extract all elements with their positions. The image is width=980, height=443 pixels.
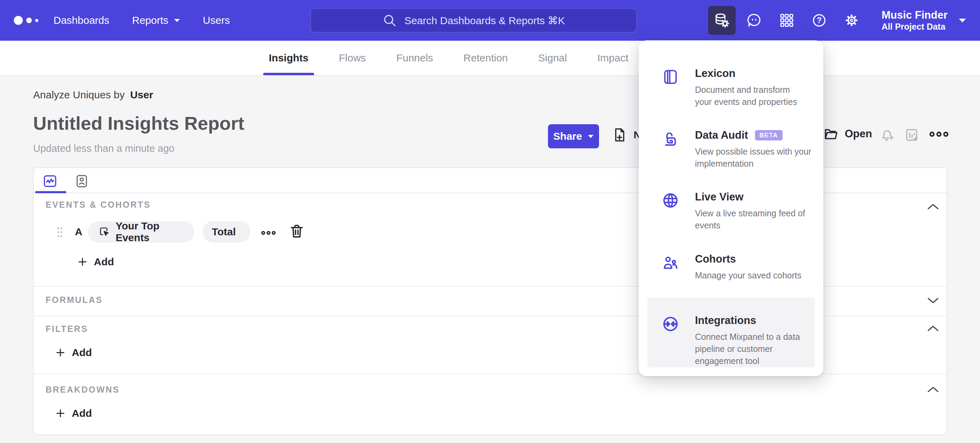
search-input[interactable]: Search Dashboards & Reports ⌘K xyxy=(310,8,636,32)
section-label-filters: FILTERS xyxy=(46,324,88,334)
folder-open-icon xyxy=(822,126,838,141)
tab-label: Funnels xyxy=(396,52,433,64)
nav-item-users[interactable]: Users xyxy=(203,14,230,26)
tab-events-view[interactable] xyxy=(42,173,58,189)
menu-item-description: View a live streaming feed of events xyxy=(695,207,816,232)
tab-flows[interactable]: Flows xyxy=(324,41,381,75)
data-audit-lock-icon xyxy=(662,130,679,148)
row-more-options-button[interactable] xyxy=(261,229,276,237)
topnav-right-icons: ? Music Finder All Project Data xyxy=(706,0,973,41)
analyze-prefix: Analyze Uniques by xyxy=(33,89,124,100)
feedback-button[interactable] xyxy=(738,0,770,41)
nav-item-label: Dashboards xyxy=(54,14,110,26)
help-button[interactable]: ? xyxy=(803,0,835,41)
integrations-sync-icon xyxy=(662,315,679,333)
data-management-button[interactable] xyxy=(708,6,736,35)
aggregation-selector-pill[interactable]: Total xyxy=(202,221,251,243)
search-icon xyxy=(382,13,397,28)
help-icon: ? xyxy=(811,13,827,28)
tab-impact[interactable]: Impact xyxy=(582,41,644,75)
analyze-value-user[interactable]: User xyxy=(130,89,153,100)
menu-item-title: Integrations xyxy=(695,314,816,327)
project-selector[interactable]: Music Finder All Project Data xyxy=(881,9,948,32)
drag-handle-icon[interactable] xyxy=(54,225,65,239)
menu-item-description: Manage your saved cohorts xyxy=(695,270,816,281)
tab-label: Insights xyxy=(269,52,309,64)
nav-item-dashboards[interactable]: Dashboards xyxy=(54,14,110,26)
search-placeholder: Search Dashboards & Reports ⌘K xyxy=(404,14,565,27)
menu-item-description: Document and transform your events and p… xyxy=(695,84,816,108)
svg-text:?: ? xyxy=(817,16,822,25)
settings-button[interactable] xyxy=(835,0,868,41)
grid-icon xyxy=(779,13,795,28)
project-caret-icon xyxy=(959,18,966,23)
add-label: Add xyxy=(72,408,92,419)
more-options-button[interactable] xyxy=(929,130,949,139)
share-button[interactable]: Share xyxy=(548,124,599,148)
insights-chart-icon xyxy=(42,173,58,189)
page-title[interactable]: Untitled Insights Report xyxy=(33,113,244,134)
event-cursor-icon xyxy=(98,225,110,239)
apps-grid-button[interactable] xyxy=(770,0,803,41)
analyze-by-control: Analyze Uniques byUser xyxy=(33,89,153,101)
tab-label: Signal xyxy=(538,52,567,64)
project-scope: All Project Data xyxy=(881,21,948,32)
section-label-formulas: FORMULAS xyxy=(46,295,103,305)
nav-item-label: Users xyxy=(203,14,230,26)
open-report-button[interactable]: Open xyxy=(822,126,872,141)
chevron-up-icon xyxy=(926,203,940,211)
delete-row-button[interactable] xyxy=(288,222,305,240)
create-alert-button[interactable] xyxy=(879,127,895,143)
beta-badge: BETA xyxy=(755,130,783,140)
tab-retention[interactable]: Retention xyxy=(448,41,523,75)
menu-item-description: View possible issues with your implement… xyxy=(695,146,816,170)
add-filter-button[interactable]: Add xyxy=(55,347,92,359)
logo-dot xyxy=(35,19,38,22)
ellipsis-icon xyxy=(929,130,949,139)
updated-timestamp: Updated less than a minute ago xyxy=(33,143,175,154)
menu-item-description: Connect Mixpanel to a data pipeline or c… xyxy=(695,331,816,367)
tab-insights[interactable]: Insights xyxy=(254,41,324,75)
open-report-label: Open xyxy=(845,128,872,140)
chat-bubble-icon xyxy=(746,13,762,28)
caret-down-icon xyxy=(588,135,594,138)
add-to-board-button[interactable] xyxy=(904,127,920,143)
lexicon-book-icon xyxy=(662,68,679,86)
report-type-tabs: Insights Flows Funnels Retention Signal … xyxy=(0,41,980,76)
chart-add-icon xyxy=(904,127,920,143)
database-gear-icon xyxy=(714,12,730,29)
nav-item-reports[interactable]: Reports xyxy=(132,14,180,26)
collapse-filters-button[interactable] xyxy=(926,324,940,333)
collapse-events-button[interactable] xyxy=(926,203,940,211)
plus-icon xyxy=(55,408,65,419)
tab-signal[interactable]: Signal xyxy=(523,41,582,75)
tab-label: Impact xyxy=(597,52,628,64)
expand-formulas-button[interactable] xyxy=(926,296,940,305)
profile-card-icon xyxy=(74,173,90,189)
ellipsis-icon xyxy=(261,229,276,237)
tab-profiles-view[interactable] xyxy=(74,173,90,189)
event-selector-pill[interactable]: Your Top Events xyxy=(88,221,194,243)
add-label: Add xyxy=(72,347,92,359)
collapse-breakdowns-button[interactable] xyxy=(926,385,940,394)
add-label: Add xyxy=(94,256,114,268)
section-label-breakdowns: BREAKDOWNS xyxy=(46,385,120,395)
top-navigation: Dashboards Reports Users Search Dashboar… xyxy=(0,0,980,41)
add-event-button[interactable]: Add xyxy=(77,256,114,268)
caret-down-icon xyxy=(174,19,180,22)
share-label: Share xyxy=(553,130,582,142)
nav-item-label: Reports xyxy=(132,14,169,26)
tab-label: Flows xyxy=(339,52,366,64)
plus-icon xyxy=(77,257,88,267)
section-label-events: EVENTS & COHORTS xyxy=(46,200,151,210)
plus-icon xyxy=(55,348,65,358)
trash-icon xyxy=(288,222,305,240)
mixpanel-logo-icon[interactable] xyxy=(14,16,38,25)
tab-label: Retention xyxy=(463,52,508,64)
tab-funnels[interactable]: Funnels xyxy=(381,41,448,75)
chevron-down-icon xyxy=(926,296,940,305)
add-breakdown-button[interactable]: Add xyxy=(55,408,92,419)
bell-plus-icon xyxy=(879,127,895,143)
menu-item-title: Live View xyxy=(695,191,816,203)
aggregation-value: Total xyxy=(212,226,236,238)
